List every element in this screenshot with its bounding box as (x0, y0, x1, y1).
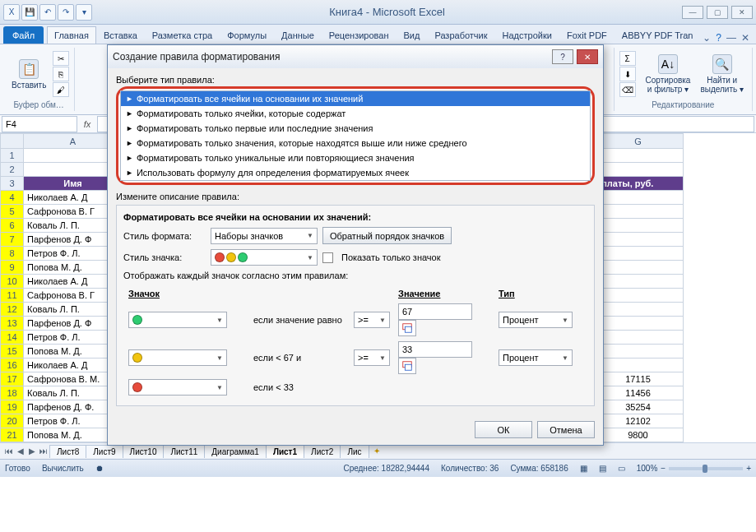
row-7[interactable]: 7 (1, 233, 24, 247)
zoom-control[interactable]: 100% − + (637, 464, 751, 473)
tab-nav-first[interactable]: ⏮ (3, 446, 15, 456)
tab-nav-last[interactable]: ⏭ (38, 446, 49, 456)
tab-file[interactable]: Файл (3, 26, 44, 44)
row-16[interactable]: 16 (1, 359, 24, 372)
dialog-close-button[interactable]: ✕ (577, 49, 598, 64)
zoom-in-icon[interactable]: + (746, 464, 751, 473)
row-5[interactable]: 5 (1, 205, 24, 219)
rule-type-item[interactable]: ►Форматировать только ячейки, которые со… (121, 106, 590, 121)
row-13[interactable]: 13 (1, 317, 24, 331)
row-11[interactable]: 11 (1, 289, 24, 303)
row-19[interactable]: 19 (1, 400, 24, 414)
fx-icon[interactable]: fx (81, 119, 94, 129)
row-18[interactable]: 18 (1, 386, 24, 400)
sheet-tab[interactable]: Диаграмма1 (204, 445, 267, 458)
tab-home[interactable]: Главная (47, 26, 96, 44)
rule-type-item[interactable]: ►Использовать формулу для определения фо… (121, 165, 590, 180)
icon-style-combo[interactable]: ▼ (211, 249, 318, 266)
sheet-tab[interactable]: Лис (340, 445, 369, 458)
minimize-button[interactable]: — (682, 6, 703, 19)
save-icon[interactable]: 💾 (21, 4, 38, 21)
sheet-tab[interactable]: Лист1 (266, 445, 304, 458)
doc-close-icon[interactable]: ✕ (741, 32, 749, 44)
cancel-button[interactable]: Отмена (537, 421, 595, 438)
cell-sal[interactable]: 9800 (593, 428, 684, 442)
sheet-tab[interactable]: Лист10 (123, 445, 165, 458)
zoom-slider[interactable] (669, 467, 743, 470)
format-style-combo[interactable]: Наборы значков▼ (211, 228, 318, 244)
zoom-level[interactable]: 100% (637, 464, 658, 473)
row-20[interactable]: 20 (1, 414, 24, 428)
row-2[interactable]: 2 (1, 163, 24, 177)
rule-type-item[interactable]: ►Форматировать только значения, которые … (121, 136, 590, 150)
clear-icon[interactable]: ⌫ (619, 82, 636, 97)
type2-combo[interactable]: Процент▼ (499, 349, 573, 366)
sheet-tab[interactable]: Лист2 (304, 445, 341, 458)
view-normal-icon[interactable]: ▦ (580, 464, 587, 473)
maximize-button[interactable]: ▢ (707, 6, 728, 19)
icon3-combo[interactable]: ▼ (128, 379, 227, 396)
fill-icon[interactable]: ⬇ (619, 67, 636, 81)
rule-type-item[interactable]: ►Форматировать все ячейки на основании и… (121, 91, 590, 106)
tab-foxit[interactable]: Foxit PDF (559, 26, 615, 44)
cell-sal[interactable]: 12102 (593, 414, 684, 428)
row-3[interactable]: 3 (1, 177, 24, 191)
cell-sal[interactable]: 35254 (593, 400, 684, 414)
icon1-combo[interactable]: ▼ (128, 312, 227, 328)
autosum-icon[interactable]: Σ (619, 51, 636, 66)
tab-formulas[interactable]: Формулы (220, 26, 274, 44)
undo-icon[interactable]: ↶ (39, 4, 56, 21)
sheet-tab[interactable]: Лист9 (86, 445, 123, 458)
dialog-help-button[interactable]: ? (552, 49, 573, 64)
select-all-corner[interactable] (1, 134, 24, 149)
col-G[interactable]: G (593, 134, 684, 149)
row-9[interactable]: 9 (1, 261, 24, 275)
row-4[interactable]: 4 (1, 191, 24, 205)
dialog-titlebar[interactable]: Создание правила форматирования ? ✕ (108, 45, 603, 68)
close-button[interactable]: ✕ (731, 6, 753, 19)
tab-data[interactable]: Данные (274, 26, 322, 44)
redo-icon[interactable]: ↷ (58, 4, 74, 21)
row-15[interactable]: 15 (1, 345, 24, 359)
new-sheet-icon[interactable]: ✦ (369, 446, 385, 456)
copy-icon[interactable]: ⎘ (53, 67, 69, 81)
row-1[interactable]: 1 (1, 149, 24, 163)
reverse-icon-order-button[interactable]: Обратный порядок значков (322, 227, 452, 244)
op2-combo[interactable]: >=▼ (354, 349, 390, 366)
format-painter-icon[interactable]: 🖌 (53, 82, 69, 97)
view-layout-icon[interactable]: ▤ (599, 464, 606, 473)
ok-button[interactable]: ОК (475, 421, 532, 438)
name-box[interactable]: F4 (2, 116, 77, 132)
row-14[interactable]: 14 (1, 331, 24, 345)
tab-view[interactable]: Вид (397, 26, 428, 44)
tab-nav-prev[interactable]: ◀ (15, 446, 26, 456)
paste-button[interactable]: 📋 Вставить (8, 58, 49, 91)
icon2-combo[interactable]: ▼ (128, 349, 227, 366)
ref1-button[interactable] (398, 320, 416, 336)
sheet-tab[interactable]: Лист11 (163, 445, 205, 458)
value1-input[interactable] (398, 303, 472, 320)
tab-addins[interactable]: Надстройки (495, 26, 559, 44)
rule-type-item[interactable]: ►Форматировать только первые или последн… (121, 121, 590, 136)
rule-type-item[interactable]: ►Форматировать только уникальные или пов… (121, 150, 590, 165)
row-12[interactable]: 12 (1, 303, 24, 317)
status-calc[interactable]: Вычислить (42, 464, 84, 473)
view-break-icon[interactable]: ▭ (618, 464, 625, 473)
value2-input[interactable] (398, 341, 472, 358)
tab-nav-next[interactable]: ▶ (26, 446, 38, 456)
qat-dropdown-icon[interactable]: ▾ (76, 4, 92, 21)
row-17[interactable]: 17 (1, 372, 24, 386)
row-6[interactable]: 6 (1, 219, 24, 233)
minimize-ribbon-icon[interactable]: ⌄ (703, 32, 711, 44)
row-8[interactable]: 8 (1, 247, 24, 261)
ref2-button[interactable] (398, 358, 416, 374)
excel-icon[interactable]: X (3, 4, 20, 21)
tab-developer[interactable]: Разработчик (427, 26, 494, 44)
cut-icon[interactable]: ✂ (53, 51, 69, 66)
find-select-button[interactable]: 🔍 Найти и выделить ▾ (697, 53, 747, 95)
tab-insert[interactable]: Вставка (96, 26, 145, 44)
cell-sal[interactable]: 17115 (593, 372, 684, 386)
tab-abbyy[interactable]: ABBYY PDF Tran (615, 26, 701, 44)
row-21[interactable]: 21 (1, 428, 24, 442)
rule-type-list[interactable]: ►Форматировать все ячейки на основании и… (120, 90, 591, 181)
